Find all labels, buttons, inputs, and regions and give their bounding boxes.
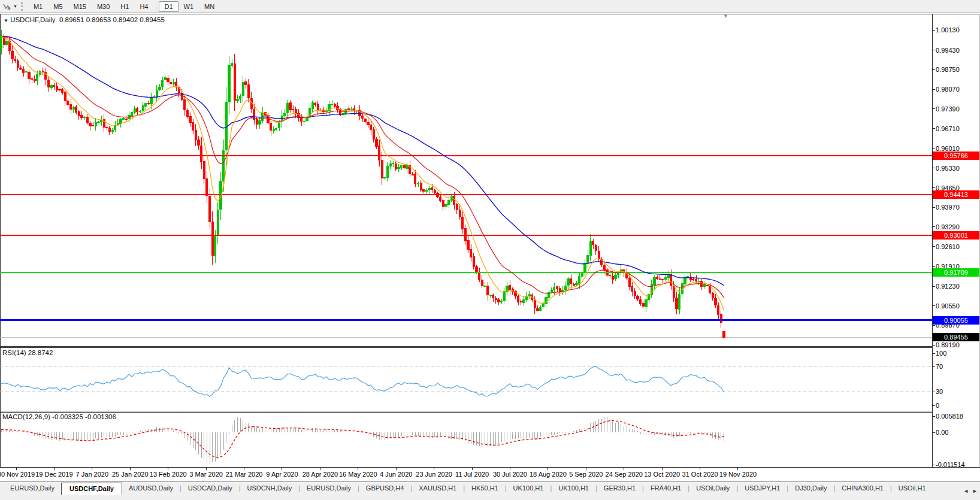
rsi-level-lines (0, 366, 932, 392)
timeframe-button-mn[interactable]: MN (199, 1, 220, 12)
hline-price-badge: 0.90055 (933, 316, 979, 325)
tab-audusd-daily[interactable]: AUDUSD,Daily (122, 482, 180, 493)
tab-usdchf-daily[interactable]: USDCHF,Daily (61, 483, 122, 495)
price-axis-label: 0.96710 (936, 125, 979, 133)
ma-slow-line (1, 36, 724, 286)
hline-price-badge: 0.95766 (933, 151, 979, 160)
tab-usoil-daily[interactable]: USOil,Daily (689, 482, 736, 493)
panel-frame (0, 14, 980, 468)
timeframe-button-d1[interactable]: D1 (159, 1, 178, 12)
rsi-axis-label: 100 (936, 349, 979, 357)
macd-axis-label: -0.011514 (936, 460, 979, 469)
chevron-down-icon[interactable]: ▼ (13, 4, 17, 8)
tab-xauusd-h1[interactable]: XAUUSD,H1 (412, 482, 463, 493)
price-axis-label: 0.93970 (936, 203, 979, 211)
chart-title: ▼ USDCHF,Daily 0.89651 0.89653 0.89402 0… (4, 16, 165, 23)
price-axis-label: 0.97390 (936, 105, 979, 113)
hline-price-badge: 0.91709 (933, 268, 979, 277)
tab-eurusd-daily[interactable]: EURUSD,Daily (4, 482, 61, 493)
price-axis-label: 0.98070 (936, 85, 979, 93)
timeframe-button-m15[interactable]: M15 (68, 1, 92, 12)
chart-tabs: EURUSD,DailyUSDCHF,DailyAUDUSD,Daily|USD… (4, 482, 933, 495)
chart-symbol-label: USDCHF,Daily (10, 16, 55, 23)
charts-cursor-icon[interactable] (2, 2, 13, 11)
price-axis-label: 0.91230 (936, 282, 979, 290)
tab-gbpusd-h4[interactable]: GBPUSD,H4 (359, 482, 411, 493)
timeframe-button-w1[interactable]: W1 (179, 1, 199, 12)
price-axis-label: 1.00130 (936, 26, 979, 34)
rsi-axis-label: 0 (936, 401, 979, 410)
macd-histogram (1, 417, 724, 465)
price-axis-label: 0.99430 (936, 46, 979, 54)
price-axis-label: 0.98750 (936, 65, 979, 74)
price-axis-label: 0.89190 (936, 341, 979, 349)
ma-fast-line (1, 36, 724, 310)
timeframe-button-m1[interactable]: M1 (28, 1, 48, 12)
price-axis-label: 0.92610 (936, 243, 979, 251)
timeframe-button-h4[interactable]: H4 (134, 1, 153, 12)
timeframe-button-m5[interactable]: M5 (48, 1, 68, 12)
date-axis-label: 19 Nov 2020 (713, 471, 763, 478)
rsi-line (1, 366, 724, 396)
candlestick-series (0, 30, 725, 339)
timeframe-buttons: M1M5M15M30H1H4D1W1MN (28, 1, 220, 12)
rsi-axis-label: 30 (936, 387, 979, 396)
price-axis-label: 0.90550 (936, 302, 979, 310)
macd-axis-label: 0.005818 (936, 412, 979, 420)
collapse-triangle-icon[interactable]: ▼ (4, 18, 8, 23)
price-axis-label: 0.93290 (936, 223, 979, 231)
timeframe-button-m30[interactable]: M30 (92, 1, 115, 12)
tab-fra40-h1[interactable]: FRA40,H1 (644, 482, 688, 493)
timeframe-toolbar: ▼ M1M5M15M30H1H4D1W1MN (0, 0, 980, 13)
tabs-scroll-left-icon[interactable]: ◄ (963, 488, 969, 494)
tab-usdcnh-daily[interactable]: USDCNH,Daily (241, 482, 299, 493)
tab-navigation: ◄► (960, 488, 978, 494)
tab-hk50-h1[interactable]: HK50,H1 (465, 482, 505, 493)
chart-ohlc-values: 0.89651 0.89653 0.89402 0.89455 (59, 16, 165, 23)
toolbar-separator (156, 2, 156, 11)
macd-label: MACD(12,26,9) -0.003325 -0.001306 (2, 413, 116, 420)
tab-eurusd-daily[interactable]: EURUSD,Daily (300, 482, 358, 493)
tab-usdcad-daily[interactable]: USDCAD,Daily (182, 482, 239, 493)
trading-app-window: ▼ M1M5M15M30H1H4D1W1MN ▼ USDCHF,Daily 0.… (0, 0, 980, 500)
ma-mid-line (1, 36, 724, 298)
toolbar-grip[interactable] (21, 2, 25, 11)
scroll-position-marker[interactable]: ▼ (723, 13, 728, 19)
tab-uk100-h1[interactable]: UK100,H1 (507, 482, 551, 493)
price-axis-label: 0.95330 (936, 164, 979, 172)
tab-china300-h1[interactable]: CHINA300,H1 (835, 482, 890, 493)
tab-dj30-daily[interactable]: DJ30,Daily (788, 482, 833, 493)
timeframe-button-h1[interactable]: H1 (115, 1, 134, 12)
tabs-scroll-right-icon[interactable]: ► (972, 488, 978, 494)
hline-price-badge: 0.94413 (933, 190, 979, 199)
hline-price-badge: 0.93001 (933, 231, 979, 240)
tab-usoil-h1[interactable]: USOil,H1 (892, 482, 933, 493)
rsi-axis-label: 70 (936, 362, 979, 371)
tab-ger30-h1[interactable]: GER30,H1 (597, 482, 642, 493)
tab-usdjpy-h1[interactable]: USDJPY,H1 (738, 482, 787, 493)
cursor-icon-glyph (3, 2, 11, 11)
macd-axis-label: 0.00 (936, 428, 979, 437)
chart-canvas[interactable] (0, 0, 980, 500)
tab-uk100-h1[interactable]: UK100,H1 (552, 482, 595, 493)
rsi-label: RSI(14) 28.8742 (2, 349, 53, 356)
current-price-badge: 0.89455 (933, 333, 979, 341)
chart-tabbar: EURUSD,DailyUSDCHF,DailyAUDUSD,Daily|USD… (0, 481, 980, 500)
